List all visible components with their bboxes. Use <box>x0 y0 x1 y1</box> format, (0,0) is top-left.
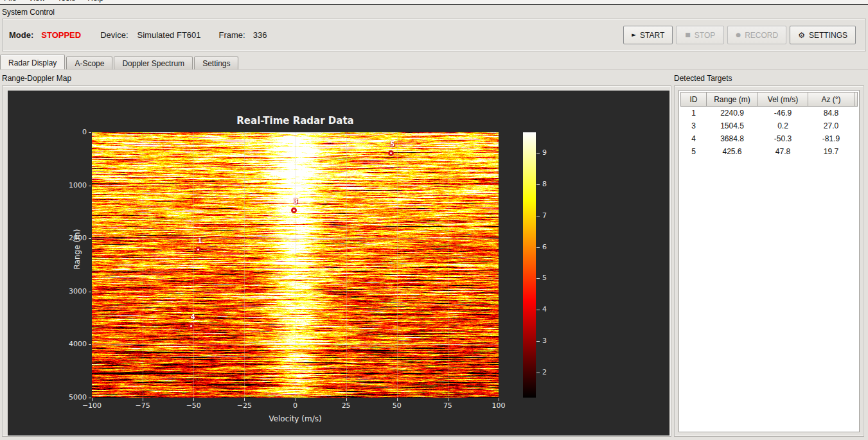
status-fields: Mode: STOPPED Device: Simulated FT601 Fr… <box>3 30 267 40</box>
mode-value: STOPPED <box>41 30 81 40</box>
menu-help[interactable]: Help <box>87 0 103 3</box>
target-vel: -46.9 <box>758 107 808 119</box>
detected-targets-label: Detected Targets <box>674 74 732 83</box>
stop-icon: ■ <box>685 32 691 38</box>
column-header-az[interactable]: Az (°) <box>808 92 855 107</box>
targets-table-area: ID Range (m) Vel (m/s) Az (°) 1 2240.9 -… <box>678 90 860 432</box>
y-tick-label: 3000 <box>58 287 87 295</box>
target-vel: 0.2 <box>758 119 808 132</box>
x-tick-label: 50 <box>382 401 412 410</box>
gear-icon: ⚙ <box>798 31 805 39</box>
tab-a-scope[interactable]: A-Scope <box>66 57 112 69</box>
target-marker-label-4: 4 <box>186 313 199 321</box>
colorbar-tick-label: 7 <box>542 211 555 220</box>
target-marker-5 <box>388 150 394 156</box>
colorbar-tick-mark <box>536 310 540 310</box>
y-tick-mark <box>89 132 91 133</box>
y-tick-mark <box>89 238 91 239</box>
menu-items: File View Tools Help <box>4 0 103 3</box>
x-tick-mark <box>448 398 448 401</box>
settings-button-label: SETTINGS <box>809 31 847 40</box>
tab-doppler-spectrum[interactable]: Doppler Spectrum <box>114 57 193 69</box>
colorbar-tick-mark <box>536 184 540 185</box>
colorbar-tick-mark <box>536 278 540 279</box>
target-id: 5 <box>681 145 707 158</box>
colorbar-tick-label: 6 <box>542 243 555 251</box>
x-tick-mark <box>346 398 347 401</box>
control-buttons: ► START ■ STOP ● RECORD ⚙ SETTINGS <box>623 26 865 44</box>
x-axis-label: Velocity (m/s) <box>92 414 499 423</box>
target-row-4[interactable]: 4 3684.8 -50.3 -81.9 <box>681 132 858 145</box>
menu-tools[interactable]: Tools <box>57 0 75 3</box>
target-row-5[interactable]: 5 425.6 47.8 19.7 <box>681 145 858 158</box>
colorbar-tick-label: 2 <box>542 368 555 376</box>
mode-label: Mode: <box>9 30 33 40</box>
colorbar-tick-label: 5 <box>542 274 555 282</box>
y-tick-label: 5000 <box>58 393 87 401</box>
range-doppler-plot: Real-Time Radar Data Range (m) Velocity … <box>8 91 669 436</box>
stop-button-label: STOP <box>695 31 715 40</box>
y-tick-mark <box>89 344 91 345</box>
menu-view[interactable]: View <box>28 0 45 3</box>
system-control-group-label: System Control <box>2 8 55 17</box>
column-header-range[interactable]: Range (m) <box>707 92 758 107</box>
x-tick-label: −100 <box>76 401 107 410</box>
colorbar-tick-mark <box>536 373 540 373</box>
targets-header-row: ID Range (m) Vel (m/s) Az (°) <box>681 92 858 107</box>
record-button-label: RECORD <box>745 31 778 40</box>
target-range: 3684.8 <box>707 132 758 145</box>
menu-bar: File View Tools Help <box>0 0 868 5</box>
y-tick-mark <box>89 292 91 292</box>
range-doppler-heatmap <box>92 132 499 398</box>
x-tick-mark <box>397 398 398 401</box>
x-tick-label: 75 <box>432 401 463 410</box>
settings-button[interactable]: ⚙ SETTINGS <box>790 26 856 44</box>
y-axis-label: Range (m) <box>73 211 82 288</box>
y-tick-label: 1000 <box>58 181 87 189</box>
target-range: 2240.9 <box>707 107 758 119</box>
frame-counter: 336 <box>253 30 267 40</box>
x-tick-mark <box>143 398 143 401</box>
target-marker-label-5: 5 <box>386 141 399 148</box>
record-icon: ● <box>736 32 741 38</box>
target-row-1[interactable]: 1 2240.9 -46.9 84.8 <box>681 107 858 119</box>
colorbar-tick-label: 4 <box>542 305 555 313</box>
x-tick-mark <box>244 398 245 401</box>
play-icon: ► <box>632 32 636 38</box>
x-tick-label: −25 <box>229 401 260 410</box>
target-az: 19.7 <box>808 145 855 158</box>
colorbar-tick-label: 9 <box>542 148 555 157</box>
menu-file[interactable]: File <box>4 0 16 3</box>
frame-label: Frame: <box>219 30 245 40</box>
device-label: Device: <box>100 30 128 40</box>
colorbar-tick-mark <box>536 216 540 216</box>
target-az: 84.8 <box>808 107 855 119</box>
target-range: 425.6 <box>707 145 758 158</box>
column-header-vel[interactable]: Vel (m/s) <box>758 92 808 107</box>
target-id: 4 <box>681 132 707 145</box>
tab-settings[interactable]: Settings <box>194 57 238 69</box>
targets-table: ID Range (m) Vel (m/s) Az (°) 1 2240.9 -… <box>680 92 858 158</box>
record-button[interactable]: ● RECORD <box>727 26 786 44</box>
y-tick-mark <box>89 398 91 398</box>
x-tick-mark <box>296 398 296 401</box>
target-marker-label-1: 1 <box>193 237 206 244</box>
target-row-3[interactable]: 3 1504.5 0.2 27.0 <box>681 119 858 132</box>
target-id: 3 <box>681 119 707 132</box>
x-tick-label: 0 <box>280 401 311 410</box>
system-control-group: Mode: STOPPED Device: Simulated FT601 Fr… <box>2 19 866 51</box>
target-range: 1504.5 <box>707 119 758 132</box>
y-tick-label: 4000 <box>58 340 87 348</box>
target-vel: 47.8 <box>758 145 808 158</box>
colorbar-tick-label: 3 <box>542 337 555 345</box>
column-header-id[interactable]: ID <box>681 92 707 107</box>
start-button[interactable]: ► START <box>623 26 673 44</box>
range-doppler-map-label: Range-Doppler Map <box>2 74 71 83</box>
plot-title: Real-Time Radar Data <box>92 115 499 127</box>
tab-radar-display[interactable]: Radar Display <box>0 55 65 69</box>
target-id: 1 <box>681 107 707 119</box>
device-value: Simulated FT601 <box>137 30 201 40</box>
x-tick-label: −50 <box>178 401 209 410</box>
stop-button[interactable]: ■ STOP <box>676 26 724 44</box>
column-header-spacer <box>855 92 858 107</box>
